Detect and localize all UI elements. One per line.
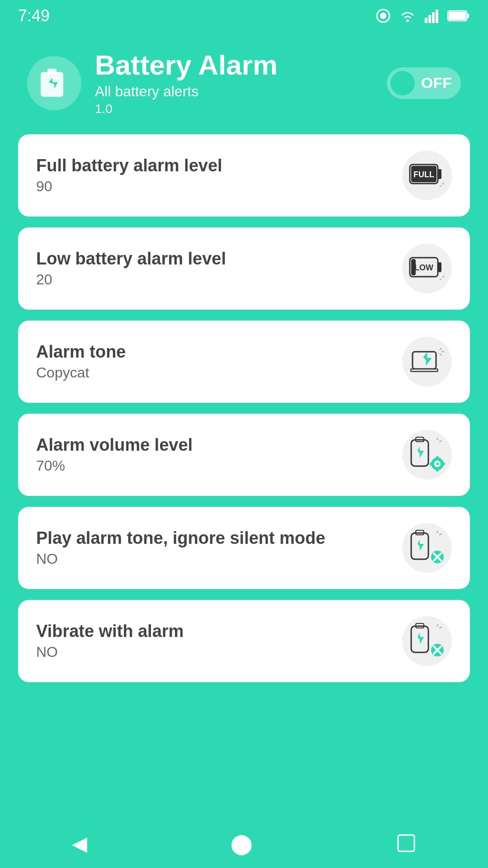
home-button[interactable]: ⬤ <box>230 832 253 855</box>
status-bar: 7:49 <box>0 0 488 32</box>
low-battery-svg: LOW <box>409 254 445 283</box>
card-full-battery-text: Full battery alarm level 90 <box>36 156 222 195</box>
svg-line-39 <box>436 438 438 440</box>
card-alarm-tone-title: Alarm tone <box>36 342 126 362</box>
app-subtitle: All battery alerts <box>95 83 277 100</box>
header: Battery Alarm All battery alerts 1.0 OFF <box>0 32 488 134</box>
card-alarm-volume-value: 70% <box>36 458 192 474</box>
svg-rect-19 <box>438 262 441 272</box>
card-alarm-volume-title: Alarm volume level <box>36 435 192 455</box>
card-vibrate-value: NO <box>36 644 184 660</box>
battery-status-icon <box>447 9 470 23</box>
card-low-battery-value: 20 <box>36 271 226 288</box>
svg-line-46 <box>436 531 438 533</box>
card-vibrate[interactable]: Vibrate with alarm NO <box>18 600 470 682</box>
recents-button[interactable] <box>396 833 416 853</box>
svg-line-24 <box>442 276 444 278</box>
svg-rect-36 <box>436 468 439 472</box>
back-button[interactable]: ◀ <box>72 832 87 855</box>
card-low-battery-title: Low battery alarm level <box>36 249 226 269</box>
svg-line-47 <box>439 534 442 535</box>
svg-line-27 <box>440 348 441 350</box>
svg-rect-5 <box>432 12 435 23</box>
status-icons <box>375 8 470 24</box>
signal-icon <box>424 8 440 24</box>
card-ignore-silent[interactable]: Play alarm tone, ignore silent mode NO <box>18 507 470 589</box>
card-alarm-tone-value: Copycat <box>36 364 126 381</box>
card-alarm-tone-text: Alarm tone Copycat <box>36 342 126 381</box>
card-vibrate-title: Vibrate with alarm <box>36 622 184 641</box>
full-battery-svg: FULL <box>409 161 445 190</box>
svg-rect-6 <box>436 9 438 23</box>
toggle-knob <box>390 71 415 95</box>
svg-rect-55 <box>398 835 414 851</box>
notification-icon <box>375 8 391 24</box>
card-alarm-volume[interactable]: Alarm volume level 70% <box>18 414 470 496</box>
card-vibrate-icon <box>402 616 452 666</box>
app-version: 1.0 <box>95 102 277 116</box>
ignore-silent-svg <box>407 528 447 568</box>
svg-rect-26 <box>411 369 438 372</box>
card-full-battery-value: 90 <box>36 178 222 195</box>
svg-line-53 <box>436 624 438 626</box>
svg-text:LOW: LOW <box>414 263 433 272</box>
svg-point-1 <box>380 13 386 19</box>
svg-rect-13 <box>438 169 441 179</box>
card-ignore-silent-icon <box>402 523 452 573</box>
card-full-battery-title: Full battery alarm level <box>36 156 222 175</box>
cards-container: Full battery alarm level 90 FULL Low bat… <box>0 134 488 682</box>
app-icon <box>27 56 81 110</box>
svg-line-17 <box>442 183 444 184</box>
card-low-battery-alarm[interactable]: Low battery alarm level 20 LOW <box>18 227 470 310</box>
svg-rect-4 <box>428 15 431 23</box>
card-alarm-tone-icon <box>402 337 452 387</box>
svg-point-2 <box>406 19 409 22</box>
vibrate-svg <box>407 621 447 661</box>
svg-rect-9 <box>449 12 466 20</box>
svg-rect-8 <box>467 14 469 18</box>
card-ignore-silent-value: NO <box>36 551 325 567</box>
card-full-battery-alarm[interactable]: Full battery alarm level 90 FULL <box>18 134 470 217</box>
status-time: 7:49 <box>18 6 50 25</box>
card-full-battery-icon: FULL <box>402 151 452 200</box>
card-ignore-silent-title: Play alarm tone, ignore silent mode <box>36 528 325 548</box>
svg-rect-37 <box>430 462 433 465</box>
svg-line-40 <box>439 441 442 442</box>
svg-rect-11 <box>47 69 56 74</box>
header-text: Battery Alarm All battery alerts 1.0 <box>95 50 277 116</box>
card-alarm-volume-icon <box>402 430 452 480</box>
svg-rect-25 <box>413 352 436 369</box>
alarm-tone-svg <box>409 344 445 380</box>
wifi-icon <box>399 8 417 24</box>
card-alarm-volume-text: Alarm volume level 70% <box>36 435 192 474</box>
alarm-volume-svg <box>407 434 447 475</box>
svg-rect-38 <box>441 462 445 465</box>
card-ignore-silent-text: Play alarm tone, ignore silent mode NO <box>36 528 325 567</box>
svg-text:FULL: FULL <box>413 170 434 179</box>
svg-line-54 <box>439 627 442 628</box>
header-left: Battery Alarm All battery alerts 1.0 <box>27 50 277 116</box>
svg-rect-35 <box>436 456 439 460</box>
nav-bar: ◀ ⬤ <box>0 818 488 868</box>
recents-icon <box>396 833 416 853</box>
svg-rect-3 <box>425 18 427 23</box>
toggle-label: OFF <box>421 74 452 92</box>
master-toggle[interactable]: OFF <box>387 67 461 99</box>
card-low-battery-text: Low battery alarm level 20 <box>36 249 226 288</box>
card-low-battery-icon: LOW <box>402 244 452 293</box>
card-alarm-tone[interactable]: Alarm tone Copycat <box>18 321 470 403</box>
svg-point-34 <box>436 462 439 465</box>
app-title: Battery Alarm <box>95 50 277 80</box>
svg-line-29 <box>440 354 441 355</box>
battery-app-icon <box>36 65 72 101</box>
card-vibrate-text: Vibrate with alarm NO <box>36 622 184 660</box>
svg-rect-10 <box>41 72 63 97</box>
